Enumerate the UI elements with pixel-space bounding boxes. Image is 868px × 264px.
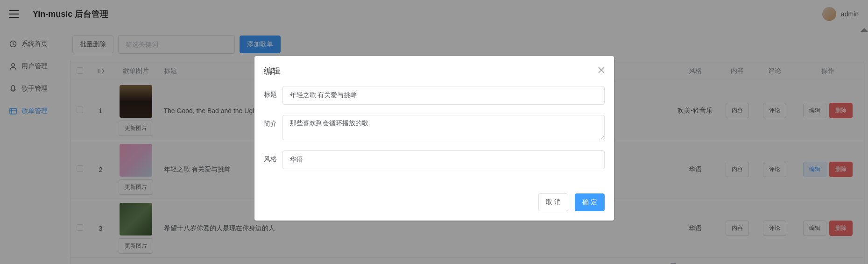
close-icon[interactable] — [598, 67, 605, 75]
title-input[interactable] — [282, 86, 605, 105]
label-intro: 简介 — [264, 115, 282, 128]
edit-modal: 编辑 标题 简介 风格 取消 确定 — [254, 56, 614, 221]
label-title: 标题 — [264, 86, 282, 99]
confirm-button[interactable]: 确定 — [575, 193, 605, 211]
style-input[interactable] — [282, 150, 605, 169]
modal-title: 编辑 — [264, 65, 281, 77]
intro-textarea[interactable] — [282, 115, 605, 140]
label-style: 风格 — [264, 150, 282, 164]
cancel-button[interactable]: 取消 — [538, 193, 568, 211]
